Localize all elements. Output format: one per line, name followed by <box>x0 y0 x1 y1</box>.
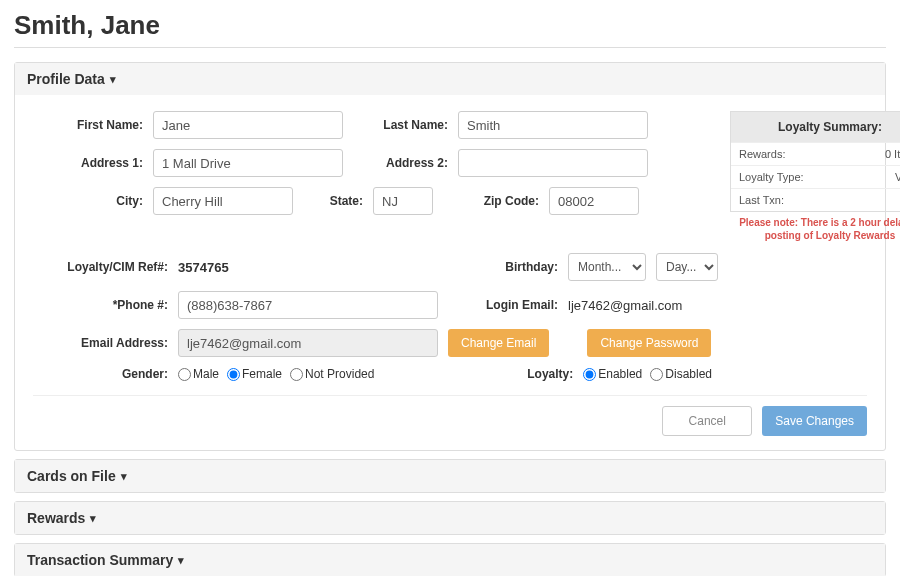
save-changes-button[interactable]: Save Changes <box>762 406 867 436</box>
loyalty-ref-label: Loyalty/CIM Ref#: <box>33 260 168 274</box>
rewards-panel: Rewards ▾ <box>14 501 886 535</box>
loyalty-row-type: Loyalty Type: Visits <box>731 165 900 188</box>
transaction-summary-title: Transaction Summary <box>27 552 173 568</box>
login-email-label: Login Email: <box>458 298 558 312</box>
change-email-button[interactable]: Change Email <box>448 329 549 357</box>
transaction-summary-panel: Transaction Summary ▾ <box>14 543 886 576</box>
rewards-title: Rewards <box>27 510 85 526</box>
loyalty-disabled-radio[interactable] <box>650 368 663 381</box>
birthday-day-select[interactable]: Day... <box>656 253 718 281</box>
address2-input[interactable] <box>458 149 648 177</box>
state-input[interactable] <box>373 187 433 215</box>
birthday-month-select[interactable]: Month... <box>568 253 646 281</box>
cancel-button[interactable]: Cancel <box>662 406 752 436</box>
loyalty-summary-container: Loyalty Summary: Rewards: 0 Items Loyalt… <box>730 111 900 242</box>
phone-input[interactable] <box>178 291 438 319</box>
loyalty-note: Please note: There is a 2 hour delay in … <box>730 216 900 242</box>
loyalty-row-lasttxn: Last Txn: N/A <box>731 188 900 211</box>
loyalty-enabled-radio[interactable] <box>583 368 596 381</box>
chevron-down-icon: ▾ <box>110 73 116 86</box>
chevron-down-icon: ▾ <box>178 554 184 567</box>
cards-on-file-panel: Cards on File ▾ <box>14 459 886 493</box>
chevron-down-icon: ▾ <box>90 512 96 525</box>
address2-label: Address 2: <box>353 156 448 170</box>
zip-label: Zip Code: <box>443 194 539 208</box>
loyalty-enabled-option[interactable]: Enabled <box>583 367 642 381</box>
gender-notprovided-radio[interactable] <box>290 368 303 381</box>
loyalty-summary-box: Loyalty Summary: Rewards: 0 Items Loyalt… <box>730 111 900 212</box>
loyalty-summary-header: Loyalty Summary: <box>731 112 900 142</box>
first-name-label: First Name: <box>33 118 143 132</box>
profile-data-panel: Profile Data ▾ First Name: Last Name: Ad… <box>14 62 886 451</box>
transaction-summary-header[interactable]: Transaction Summary ▾ <box>15 544 885 576</box>
phone-label: *Phone #: <box>33 298 168 312</box>
city-input[interactable] <box>153 187 293 215</box>
gender-label: Gender: <box>33 367 168 381</box>
zip-input[interactable] <box>549 187 639 215</box>
last-name-input[interactable] <box>458 111 648 139</box>
city-label: City: <box>33 194 143 208</box>
gender-female-option[interactable]: Female <box>227 367 282 381</box>
gender-male-radio[interactable] <box>178 368 191 381</box>
birthday-label: Birthday: <box>478 260 558 274</box>
loyalty-disabled-option[interactable]: Disabled <box>650 367 712 381</box>
gender-radio-group: Male Female Not Provided <box>178 367 380 381</box>
profile-data-header[interactable]: Profile Data ▾ <box>15 63 885 95</box>
rewards-header[interactable]: Rewards ▾ <box>15 502 885 534</box>
loyalty-row-rewards: Rewards: 0 Items <box>731 142 900 165</box>
footer-actions: Cancel Save Changes <box>33 406 867 436</box>
loyalty-label: Loyalty: <box>493 367 573 381</box>
first-name-input[interactable] <box>153 111 343 139</box>
gender-male-option[interactable]: Male <box>178 367 219 381</box>
address1-label: Address 1: <box>33 156 143 170</box>
divider <box>33 395 867 396</box>
state-label: State: <box>303 194 363 208</box>
login-email-value: lje7462@gmail.com <box>568 293 718 318</box>
cards-on-file-title: Cards on File <box>27 468 116 484</box>
profile-data-title: Profile Data <box>27 71 105 87</box>
email-address-label: Email Address: <box>33 336 168 350</box>
email-address-input[interactable] <box>178 329 438 357</box>
gender-female-radio[interactable] <box>227 368 240 381</box>
page-title: Smith, Jane <box>14 10 886 48</box>
loyalty-ref-value: 3574765 <box>178 255 338 280</box>
change-password-button[interactable]: Change Password <box>587 329 711 357</box>
address1-input[interactable] <box>153 149 343 177</box>
gender-notprovided-option[interactable]: Not Provided <box>290 367 374 381</box>
cards-on-file-header[interactable]: Cards on File ▾ <box>15 460 885 492</box>
loyalty-radio-group: Enabled Disabled <box>583 367 718 381</box>
chevron-down-icon: ▾ <box>121 470 127 483</box>
last-name-label: Last Name: <box>353 118 448 132</box>
